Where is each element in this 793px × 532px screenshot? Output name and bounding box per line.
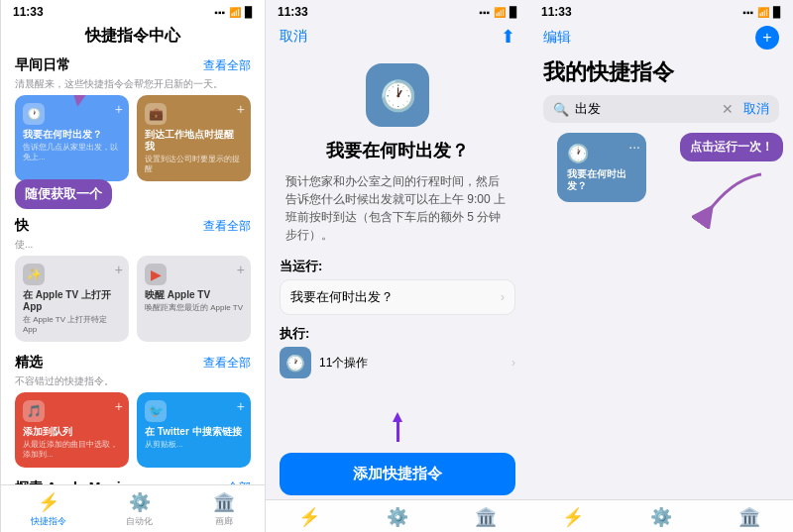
- nav-plus-button[interactable]: +: [755, 26, 779, 50]
- shortcut-large-icon: 🕐: [366, 63, 429, 127]
- card-appletv-wake[interactable]: ▶ 映醒 Apple TV 唤醒距离您最近的 Apple TV +: [137, 256, 251, 342]
- section-link-featured[interactable]: 查看全部: [203, 355, 251, 372]
- annotation-bubble-1: 随便获取一个: [15, 179, 251, 209]
- action-icon: 🕐: [280, 347, 311, 378]
- section-title-quick: 快: [15, 217, 29, 235]
- battery-icon: ▉: [245, 7, 253, 18]
- tab-shortcuts-3[interactable]: ⚡: [562, 506, 584, 528]
- tab-shortcuts-2[interactable]: ⚡: [298, 506, 320, 528]
- tab-automation-2[interactable]: ⚙️: [387, 506, 408, 528]
- wifi-icon: 📶: [229, 7, 241, 18]
- section-desc-featured: 不容错过的快捷指令。: [1, 374, 265, 392]
- arrow-svg-1: [64, 95, 124, 107]
- clear-icon-3[interactable]: ✕: [722, 101, 734, 117]
- tab-gallery-3[interactable]: 🏛️: [738, 506, 760, 528]
- status-icons-1: ▪▪▪ 📶 ▉: [214, 7, 253, 18]
- card-depart-subtitle: 告诉您几点从家里出发，以免上...: [23, 143, 121, 161]
- tab-shortcuts[interactable]: ⚡ 快捷指令: [31, 491, 66, 528]
- card-twitter-plus[interactable]: +: [237, 398, 245, 414]
- status-bar-1: 11:33 ▪▪▪ 📶 ▉: [1, 0, 265, 22]
- time-2: 11:33: [278, 5, 308, 19]
- section-link-morning[interactable]: 查看全部: [203, 57, 251, 74]
- bubble-text-1: 随便获取一个: [15, 179, 112, 209]
- status-bar-2: 11:33 ▪▪▪ 📶 ▉: [266, 0, 529, 22]
- card-appletv-wake-plus[interactable]: +: [237, 262, 245, 277]
- shortcut-card-3[interactable]: 🕐 我要在何时出发？ ···: [557, 133, 646, 202]
- nav-edit-button[interactable]: 编辑: [543, 29, 571, 47]
- tab-automation[interactable]: ⚙️ 自动化: [126, 491, 153, 528]
- card-remind-title: 到达工作地点时提醒我: [145, 129, 243, 153]
- add-btn-container: 添加快捷指令: [266, 445, 529, 499]
- battery-icon-2: ▉: [510, 7, 517, 18]
- shortcut-detail-title: 我要在何时出发？: [266, 139, 529, 162]
- arrow-svg-3: [692, 169, 771, 229]
- card-appletv-open-plus[interactable]: +: [115, 262, 123, 277]
- tab-automation-label: 自动化: [126, 515, 153, 528]
- wifi-icon-3: 📶: [757, 7, 769, 18]
- featured-cards: 🎵 添加到队列 从最近添加的曲目中选取，添加到... + 🐦 在 Twitter…: [1, 392, 265, 475]
- run-chevron: ›: [501, 290, 505, 304]
- tab-gallery-2[interactable]: 🏛️: [475, 506, 497, 528]
- tab-automation-3[interactable]: ⚙️: [650, 506, 672, 528]
- section-title-morning: 早间日常: [15, 56, 70, 74]
- signal-icon-3: ▪▪▪: [742, 7, 753, 18]
- card-depart[interactable]: 🕐 我要在何时出发？ 告诉您几点从家里出发，以免上... +: [15, 95, 129, 181]
- status-icons-2: ▪▪▪ 📶 ▉: [479, 7, 517, 18]
- tab-shortcuts-icon-3: ⚡: [562, 506, 584, 528]
- tab-gallery[interactable]: 🏛️ 画廊: [213, 491, 235, 528]
- section-link-quick[interactable]: 查看全部: [203, 218, 251, 235]
- card-appletv-open-title: 在 Apple TV 上打开 App: [23, 289, 121, 313]
- battery-icon-3: ▉: [773, 7, 781, 18]
- card-twitter-icon: 🐦: [145, 400, 167, 422]
- card-twitter-title: 在 Twitter 中搜索链接: [145, 426, 243, 438]
- panel-shortcuts-center: 11:33 ▪▪▪ 📶 ▉ 快捷指令中心 早间日常 查看全部 清晨醒来，这些快捷…: [0, 0, 266, 532]
- time-1: 11:33: [13, 5, 44, 19]
- status-icons-3: ▪▪▪ 📶 ▉: [742, 7, 781, 18]
- sc-card-title: 我要在何时出发？: [567, 168, 636, 192]
- arrow-shaft-up: [396, 422, 399, 442]
- add-shortcut-button[interactable]: 添加快捷指令: [280, 453, 515, 495]
- shortcut-icon-emoji: 🕐: [380, 78, 416, 113]
- card-remind-plus[interactable]: +: [237, 101, 245, 117]
- status-bar-3: 11:33 ▪▪▪ 📶 ▉: [529, 0, 793, 22]
- tab-automation-icon: ⚙️: [129, 491, 151, 513]
- sc-card-more[interactable]: ···: [628, 139, 640, 155]
- run-label-value: 我要在何时出发？: [290, 288, 394, 306]
- tab-automation-icon-2: ⚙️: [387, 506, 408, 528]
- action-chevron: ›: [511, 356, 515, 370]
- wifi-icon-2: 📶: [494, 7, 506, 18]
- search-input-3[interactable]: 出发: [575, 100, 716, 118]
- arrow-annotation-1: [64, 95, 124, 111]
- card-appletv-wake-subtitle: 唤醒距离您最近的 Apple TV: [145, 303, 243, 313]
- card-remind[interactable]: 💼 到达工作地点时提醒我 设置到达公司时要显示的提醒 +: [137, 95, 251, 181]
- card-queue[interactable]: 🎵 添加到队列 从最近添加的曲目中选取，添加到... +: [15, 392, 129, 467]
- time-3: 11:33: [541, 5, 572, 19]
- search-cancel-3[interactable]: 取消: [743, 100, 769, 118]
- card-appletv-open-subtitle: 在 Apple TV 上打开特定 App: [23, 315, 121, 334]
- tab-bar-2: ⚡ ⚙️ 🏛️: [266, 499, 529, 532]
- card-depart-title: 我要在何时出发？: [23, 129, 121, 141]
- section-title-featured: 精选: [15, 354, 43, 372]
- card-queue-plus[interactable]: +: [115, 398, 123, 414]
- card-twitter[interactable]: 🐦 在 Twitter 中搜索链接 从剪贴板... +: [137, 392, 251, 467]
- section-desc-morning: 清晨醒来，这些快捷指令会帮您开启新的一天。: [1, 77, 265, 95]
- section-header-morning: 早间日常 查看全部: [1, 53, 265, 77]
- section-header-quick: 快 查看全部: [1, 213, 265, 238]
- arrow-up-container: [393, 412, 402, 442]
- share-button[interactable]: ⬆: [501, 26, 515, 48]
- action-row[interactable]: 🕐 11个操作 ›: [280, 347, 515, 378]
- tab-shortcuts-icon-2: ⚡: [298, 506, 320, 528]
- scroll-content-1: 早间日常 查看全部 清晨醒来，这些快捷指令会帮您开启新的一天。 🕐 我要在何时出…: [1, 53, 265, 484]
- run-row[interactable]: 我要在何时出发？ ›: [280, 279, 515, 315]
- tab-gallery-icon: 🏛️: [213, 491, 235, 513]
- sc-card-icon: 🕐: [567, 143, 636, 164]
- search-bar-3[interactable]: 🔍 出发 ✕ 取消: [543, 95, 779, 123]
- card-queue-subtitle: 从最近添加的曲目中选取，添加到...: [23, 440, 121, 459]
- bubble-text-3: 点击运行一次！: [680, 133, 783, 161]
- signal-icon-2: ▪▪▪: [479, 7, 490, 18]
- cancel-button[interactable]: 取消: [280, 28, 307, 46]
- card-depart-icon: 🕐: [23, 103, 45, 125]
- tab-shortcuts-label: 快捷指令: [31, 515, 66, 528]
- panel-shortcut-detail: 11:33 ▪▪▪ 📶 ▉ 取消 ⬆ 🕐 我要在何时出发？ 预计您家和办公室之间…: [266, 0, 529, 532]
- card-appletv-open[interactable]: ✨ 在 Apple TV 上打开 App 在 Apple TV 上打开特定 Ap…: [15, 256, 129, 342]
